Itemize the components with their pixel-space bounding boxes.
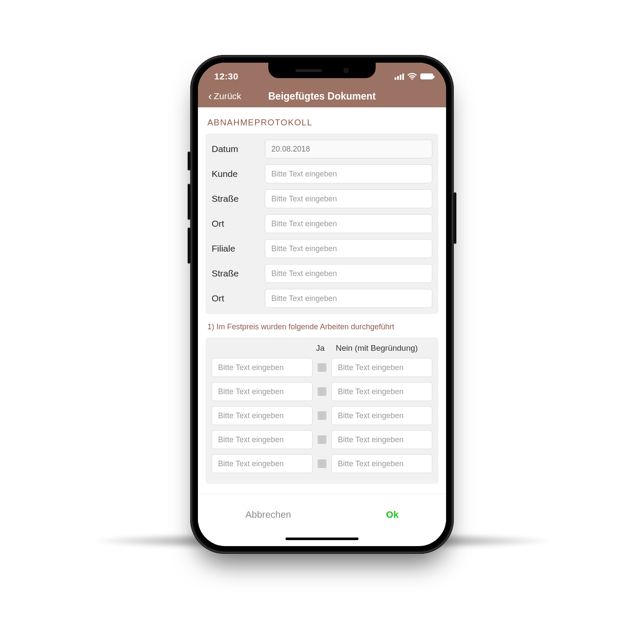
back-label: Zurück (214, 91, 241, 101)
work-row: Bitte Text eingebenBitte Text eingeben (212, 454, 432, 473)
work-row: Bitte Text eingebenBitte Text eingeben (212, 430, 432, 449)
reason-input[interactable]: Bitte Text eingeben (331, 454, 432, 473)
yes-checkbox[interactable] (318, 459, 326, 468)
notch (268, 63, 376, 78)
field-label: Datum (212, 144, 258, 154)
work-desc-input[interactable]: Bitte Text eingeben (212, 358, 313, 377)
work-row: Bitte Text eingebenBitte Text eingeben (212, 358, 432, 377)
work-desc-input[interactable]: Bitte Text eingeben (212, 406, 313, 425)
yes-checkbox[interactable] (318, 411, 326, 420)
content-scroll[interactable]: ABNAHMEPROTOKOLL Datum20.08.2018KundeBit… (198, 107, 446, 494)
field-input[interactable]: Bitte Text eingeben (265, 239, 432, 258)
cellular-signal-icon (395, 73, 404, 80)
field-label: Ort (212, 219, 258, 229)
col-yes: Ja (308, 343, 332, 353)
reason-input[interactable]: Bitte Text eingeben (331, 406, 432, 425)
col-no: Nein (mit Begründung) (332, 343, 432, 353)
volume-up-button (188, 184, 190, 220)
work-desc-input[interactable]: Bitte Text eingeben (212, 430, 313, 449)
battery-icon (420, 73, 433, 79)
field-input[interactable]: Bitte Text eingeben (265, 214, 432, 233)
field-label: Straße (212, 268, 258, 279)
section-heading: ABNAHMEPROTOKOLL (207, 118, 438, 128)
mute-switch (188, 152, 190, 170)
power-button (454, 192, 456, 244)
work-card: Ja Nein (mit Begründung) Bitte Text eing… (206, 337, 438, 484)
cancel-button[interactable]: Abbrechen (246, 509, 291, 520)
work-row: Bitte Text eingebenBitte Text eingeben (212, 406, 432, 425)
field-label: Kunde (212, 169, 258, 179)
yes-checkbox[interactable] (318, 363, 326, 372)
field-input[interactable]: Bitte Text eingeben (265, 264, 432, 283)
front-camera (343, 68, 349, 73)
page-title: Beigefügtes Dokument (208, 91, 436, 102)
chevron-left-icon: ‹ (208, 91, 212, 102)
reason-input[interactable]: Bitte Text eingeben (331, 382, 432, 401)
field-input[interactable]: Bitte Text eingeben (265, 289, 432, 308)
yes-checkbox[interactable] (318, 435, 326, 444)
form-row: Datum20.08.2018 (212, 140, 432, 158)
field-label: Straße (212, 194, 258, 204)
home-indicator[interactable] (198, 535, 446, 546)
volume-down-button (188, 228, 190, 264)
form-row: OrtBitte Text eingeben (212, 214, 432, 233)
wifi-icon (407, 73, 417, 80)
field-input[interactable]: Bitte Text eingeben (265, 189, 432, 208)
form-row: FilialeBitte Text eingeben (212, 239, 432, 258)
field-label: Ort (212, 293, 258, 304)
yes-checkbox[interactable] (318, 387, 326, 396)
form-row: OrtBitte Text eingeben (212, 289, 432, 308)
field-input[interactable]: 20.08.2018 (265, 140, 432, 158)
field-input[interactable]: Bitte Text eingeben (265, 164, 432, 183)
phone-frame: 12:30 ‹ Zurück Beigefügtes Dokument ABNA… (190, 55, 454, 554)
reason-input[interactable]: Bitte Text eingeben (331, 358, 432, 377)
work-desc-input[interactable]: Bitte Text eingeben (212, 454, 313, 473)
form-card: Datum20.08.2018KundeBitte Text eingebenS… (206, 134, 438, 314)
work-table-header: Ja Nein (mit Begründung) (212, 343, 432, 353)
form-row: StraßeBitte Text eingeben (212, 264, 432, 283)
status-time: 12:30 (208, 71, 238, 82)
work-row: Bitte Text eingebenBitte Text eingeben (212, 382, 432, 401)
question-1: 1) Im Festpreis wurden folgende Arbeiten… (207, 322, 437, 331)
footer-bar: Abbrechen Ok (198, 494, 446, 535)
field-label: Filiale (212, 243, 258, 254)
back-button[interactable]: ‹ Zurück (208, 91, 241, 102)
work-desc-input[interactable]: Bitte Text eingeben (212, 382, 313, 401)
nav-bar: ‹ Zurück Beigefügtes Dokument (208, 85, 436, 107)
speaker-grille (295, 69, 322, 72)
form-row: StraßeBitte Text eingeben (212, 189, 432, 208)
form-row: KundeBitte Text eingeben (212, 164, 432, 183)
ok-button[interactable]: Ok (386, 509, 398, 520)
reason-input[interactable]: Bitte Text eingeben (331, 430, 432, 449)
